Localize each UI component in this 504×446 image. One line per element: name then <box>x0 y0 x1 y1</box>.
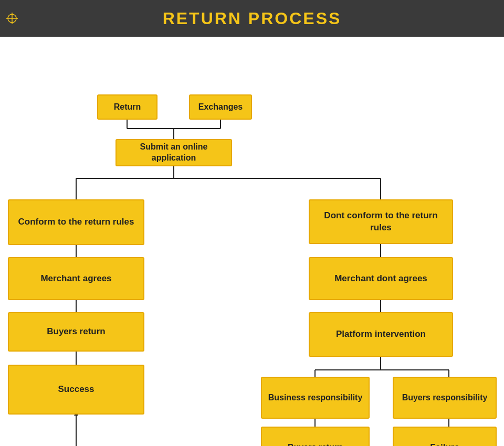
platform-box: Platform intervention <box>309 312 453 357</box>
failure-box: Failure <box>393 427 497 446</box>
buyers-return-left-box: Buyers return <box>8 312 144 352</box>
diagram-area: Return Exchanges Submit an online applic… <box>0 37 504 446</box>
conform-box: Conform to the return rules <box>8 199 144 245</box>
return-box: Return <box>97 94 158 120</box>
page-title: RETURN PROCESS <box>163 9 342 28</box>
dont-conform-box: Dont conform to the return rules <box>309 199 453 244</box>
crosshair-icon <box>6 13 18 24</box>
merchant-dont-box: Merchant dont agrees <box>309 257 453 300</box>
submit-box: Submit an online application <box>116 139 232 166</box>
buyers-resp-box: Buyers responsibility <box>393 377 497 419</box>
exchanges-box: Exchanges <box>189 94 252 120</box>
business-resp-box: Business responsibility <box>261 377 370 419</box>
success-box: Success <box>8 365 144 415</box>
page-header: RETURN PROCESS <box>0 0 504 37</box>
merchant-agrees-box: Merchant agrees <box>8 257 144 300</box>
buyers-return-right-box: Buyers return <box>261 427 370 446</box>
